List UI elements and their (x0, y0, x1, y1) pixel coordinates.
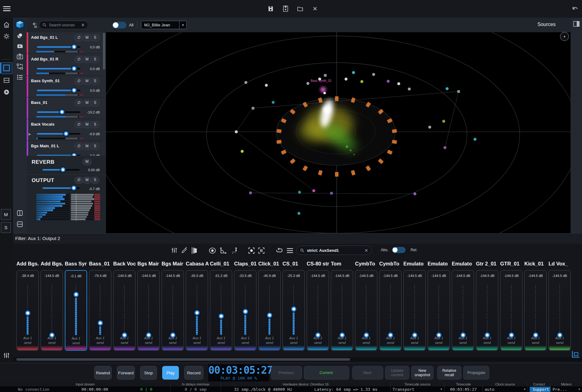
phase-button[interactable]: ∅ (74, 100, 83, 106)
speaker-object[interactable] (392, 129, 397, 133)
slider-handle[interactable] (72, 153, 77, 156)
slider-handle[interactable] (71, 185, 76, 190)
soundstage-3d-view[interactable]: Bass Synth_01 (106, 32, 571, 233)
slider-handle[interactable] (72, 66, 77, 71)
send-channel-strip[interactable]: Emulato-144.5 dBAux 1send (403, 261, 426, 268)
source-item[interactable]: Add Bgs_01 R∅MS0.0 dB (27, 54, 106, 76)
speaker-object[interactable] (277, 129, 282, 133)
status-dropdown[interactable]: Transport▼ (393, 387, 442, 392)
speaker-object[interactable] (318, 170, 323, 175)
pen-tool-icon[interactable] (181, 247, 189, 255)
source-object[interactable] (443, 146, 446, 149)
fader-handle[interactable] (219, 314, 224, 319)
reverb-slider[interactable] (42, 167, 80, 172)
faders-scrollbar-thumb[interactable] (16, 358, 350, 361)
mute-button[interactable]: M (82, 143, 91, 150)
speaker-object[interactable] (281, 150, 287, 155)
speaker-object[interactable] (335, 172, 339, 177)
save-as-icon[interactable] (282, 5, 289, 12)
play-button[interactable]: Play (162, 366, 179, 380)
send-channel-strip[interactable]: Emulato-144.5 dBAux 1send (428, 261, 451, 268)
list-tab-icon[interactable] (16, 74, 24, 81)
volume-slider[interactable] (37, 131, 80, 136)
abs-rel-toggle[interactable] (392, 247, 406, 253)
reverb-mute-button[interactable]: M (82, 158, 91, 165)
channel-fader-box[interactable]: -144.5 dBAux 1send (524, 270, 547, 351)
mute-button[interactable]: M (82, 100, 91, 106)
home-icon[interactable] (3, 21, 10, 29)
mute-button[interactable]: M (82, 34, 91, 41)
record-button[interactable]: Record (184, 366, 203, 380)
volume-slider[interactable] (37, 66, 80, 71)
master-mute-button[interactable]: M (1, 209, 11, 220)
channel-fader-box[interactable]: -144.5 dBAux 1send (162, 270, 184, 351)
settings-gear-icon[interactable] (3, 33, 10, 40)
send-channel-strip[interactable]: Bgs Mair-144.5 dBAux 1send (162, 261, 184, 268)
mute-button[interactable]: M (82, 121, 91, 128)
snapshots-camera-icon[interactable] (16, 53, 24, 60)
channel-fader-box[interactable]: -0.1 dBAux 1send (65, 270, 87, 351)
source-object[interactable] (387, 80, 390, 83)
source-object[interactable] (297, 212, 300, 215)
source-object[interactable] (344, 78, 348, 81)
send-channel-strip[interactable]: GTR_01-144.5 dBAux 1send (500, 261, 523, 268)
source-object[interactable] (446, 87, 449, 90)
search-sources-input[interactable]: Search sources (39, 21, 88, 29)
channel-fader-box[interactable]: -144.5 dBAux 1send (500, 270, 522, 351)
slider-handle[interactable] (60, 167, 65, 172)
channel-fader-box[interactable]: -144.5 dBAux 1send (331, 270, 353, 351)
focus-source-tool-icon[interactable] (247, 247, 255, 255)
send-channel-strip[interactable]: Bass Syr-0.1 dBAux 1send (65, 261, 88, 268)
phase-button[interactable]: ∅ (74, 143, 83, 150)
source-object[interactable] (330, 192, 333, 195)
mixer-icon[interactable] (3, 352, 10, 359)
output-phase-button[interactable]: ∅ (74, 177, 83, 184)
speaker-object[interactable] (392, 140, 397, 144)
slider-handle[interactable] (72, 44, 77, 49)
speaker-object[interactable] (378, 158, 384, 164)
channel-fader-box[interactable]: -33.5 dBAux 1send (234, 270, 256, 351)
close-icon[interactable]: × (311, 5, 319, 12)
channel-fader-box[interactable]: -144.5 dBAux 1send (307, 270, 329, 351)
collapse-panel-icon[interactable] (32, 21, 39, 28)
speaker-object[interactable] (387, 150, 393, 155)
source-object[interactable] (408, 87, 411, 91)
phase-button[interactable]: ∅ (74, 56, 83, 63)
send-channel-strip[interactable]: Back Voc-144.5 dBAux 1send (113, 261, 136, 268)
source-object[interactable] (324, 74, 327, 77)
channel-fader-box[interactable]: -51.2 dBAux 1send (210, 270, 232, 351)
snapshot-current-button[interactable]: Current: (304, 366, 349, 380)
send-channel-strip[interactable]: Tom-144.5 dBAux 1send (331, 261, 354, 268)
send-channel-strip[interactable]: Add Bgs.-144.5 dBAux 1send (41, 261, 64, 268)
master-solo-button[interactable]: S (1, 222, 11, 233)
channel-fader-box[interactable]: -144.5 dBAux 1send (403, 270, 426, 351)
channel-fader-box[interactable]: -36.5 dBAux 1send (186, 270, 208, 351)
source-list-scrollbar[interactable] (103, 33, 105, 69)
volume-slider[interactable] (37, 110, 80, 114)
fader-handle[interactable] (25, 310, 30, 316)
speaker-object[interactable] (290, 158, 296, 164)
collapse-view-button[interactable]: ▲ (560, 32, 569, 41)
source-object[interactable] (235, 130, 238, 133)
source-object[interactable] (244, 81, 247, 84)
faders-tool-icon[interactable] (171, 247, 179, 255)
fader-handle[interactable] (291, 306, 296, 312)
focus-r-tool-icon[interactable]: R (257, 247, 265, 255)
save-icon[interactable] (267, 5, 274, 12)
solo-button[interactable]: S (91, 121, 100, 128)
source-object[interactable] (352, 71, 355, 74)
source-object[interactable] (428, 126, 431, 129)
room-3d-tool-icon[interactable] (190, 247, 198, 255)
send-channel-strip[interactable]: Emulato-144.5 dBAux 1send (452, 261, 475, 268)
single-pane-view-button[interactable] (1, 62, 12, 74)
snapshot-relative-recall-button[interactable]: Relative recall (437, 366, 461, 380)
source-object[interactable] (306, 82, 309, 85)
fader-handle[interactable] (243, 309, 248, 314)
channel-fader-box[interactable]: -144.5 dBAux 1send (452, 270, 474, 351)
snapshot-previous-button[interactable]: Previous: (271, 366, 302, 380)
source-item[interactable]: Bgs Main_01 L∅MS0.0 dB (27, 141, 106, 156)
speaker-object[interactable] (366, 165, 371, 171)
solo-button[interactable]: S (91, 78, 100, 85)
media-tab-icon[interactable] (16, 42, 24, 50)
volume-slider[interactable] (37, 88, 80, 92)
